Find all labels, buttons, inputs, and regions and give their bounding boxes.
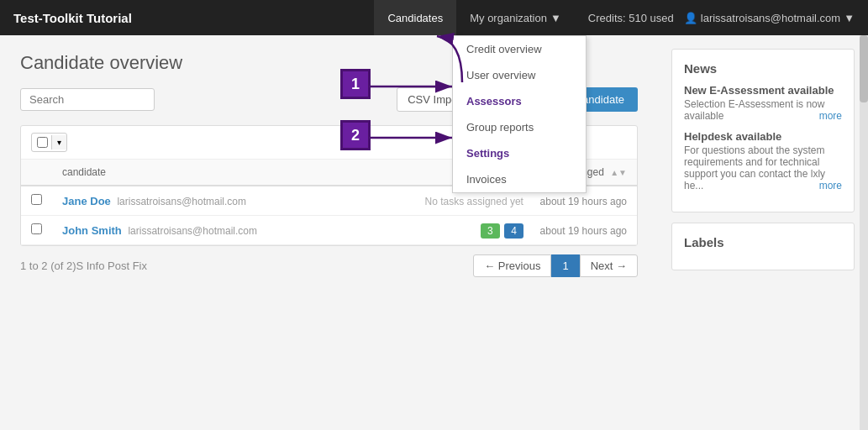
pagination-area: 1 to 2 (of 2)S Info Post Fix ← Previous …	[20, 246, 638, 286]
brand-title: Test-Toolkit Tutorial	[13, 11, 374, 25]
arrow-nav-icon	[412, 32, 479, 87]
row1-email: larissatroisans@hotmail.com	[117, 196, 246, 207]
topnav-right: Credits: 510 used 👤 larissatroisans@hotm…	[588, 12, 855, 24]
user-caret-icon: ▼	[844, 12, 855, 24]
row2-name[interactable]: John Smith	[62, 224, 122, 237]
next-page-button[interactable]: Next →	[580, 254, 638, 277]
scrollbar-thumb[interactable]	[860, 35, 868, 102]
row2-badge-blue: 4	[504, 223, 523, 239]
user-icon: 👤	[684, 12, 697, 24]
annotation-1: 1	[340, 69, 371, 99]
news-item-2: Helpdesk available For questions about t…	[684, 130, 842, 191]
scrollbar[interactable]	[860, 0, 868, 430]
news-item-1: New E-Assessment available Selection E-A…	[684, 84, 842, 122]
nav-links: Candidates My organization ▼	[374, 0, 574, 35]
top-navbar: Test-Toolkit Tutorial Candidates My orga…	[0, 0, 868, 35]
col-candidate: candidate	[52, 160, 339, 186]
row1-candidate-cell: Jane Doe larissatroisans@hotmail.com	[52, 186, 339, 216]
news-item-1-title: New E-Assessment available	[684, 84, 842, 97]
pagination-buttons: ← Previous 1 Next →	[473, 254, 638, 277]
news-item-1-more[interactable]: more	[819, 110, 842, 122]
labels-title: Labels	[684, 235, 842, 249]
news-item-1-desc: Selection E-Assessment is now available …	[684, 98, 842, 122]
dropdown-assessors[interactable]: Assessors	[453, 88, 586, 114]
row1-name[interactable]: Jane Doe	[62, 195, 111, 207]
table-row: John Smith larissatroisans@hotmail.com 3…	[21, 216, 637, 245]
row2-candidate-cell: John Smith larissatroisans@hotmail.com	[52, 216, 339, 245]
row1-checkbox[interactable]	[31, 194, 42, 205]
labels-card: Labels	[671, 223, 855, 270]
checkbox-caret-button[interactable]: ▾	[51, 135, 66, 149]
nav-candidates[interactable]: Candidates	[374, 0, 456, 35]
news-card: News New E-Assessment available Selectio…	[671, 49, 855, 212]
row2-time: about 19 hours ago	[540, 225, 627, 237]
page-1-button[interactable]: 1	[551, 254, 579, 277]
row2-checkbox[interactable]	[31, 223, 42, 234]
caret-icon: ▼	[550, 12, 561, 24]
row1-checkbox-cell	[21, 186, 52, 216]
row2-checkbox-cell	[21, 216, 52, 245]
annotation-2: 2	[340, 120, 371, 150]
news-item-2-desc: For questions about the system requireme…	[684, 144, 842, 191]
prev-page-button[interactable]: ← Previous	[473, 254, 551, 277]
pagination-info: 1 to 2 (of 2)S Info Post Fix	[20, 260, 147, 272]
dropdown-settings[interactable]: Settings	[453, 140, 586, 166]
dropdown-group-reports[interactable]: Group reports	[453, 114, 586, 140]
nav-myorg[interactable]: My organization ▼	[456, 0, 575, 35]
user-email: larissatroisans@hotmail.com	[701, 12, 840, 24]
news-item-2-title: Helpdesk available	[684, 130, 842, 143]
select-all-checkbox-group: ▾	[31, 133, 67, 152]
news-item-2-more[interactable]: more	[819, 180, 842, 191]
row2-changed-cell: 3 4 about 19 hours ago	[339, 216, 637, 245]
search-input[interactable]	[20, 88, 155, 111]
news-title: News	[684, 61, 842, 76]
credits-display: Credits: 510 used	[588, 12, 674, 24]
row2-email: larissatroisans@hotmail.com	[128, 225, 257, 237]
user-menu[interactable]: 👤 larissatroisans@hotmail.com ▼	[684, 12, 855, 24]
dropdown-invoices[interactable]: Invoices	[453, 166, 586, 192]
checkbox-header	[21, 160, 52, 186]
row2-badge-green: 3	[481, 223, 500, 239]
sort-arrows-icon: ▲▼	[610, 168, 627, 177]
sidebar: News New E-Assessment available Selectio…	[658, 35, 868, 430]
select-all-checkbox[interactable]	[37, 137, 48, 148]
arrow-2-icon	[368, 125, 460, 150]
row1-no-tasks: No tasks assigned yet	[425, 196, 523, 207]
row1-time: about 19 hours ago	[540, 196, 627, 207]
